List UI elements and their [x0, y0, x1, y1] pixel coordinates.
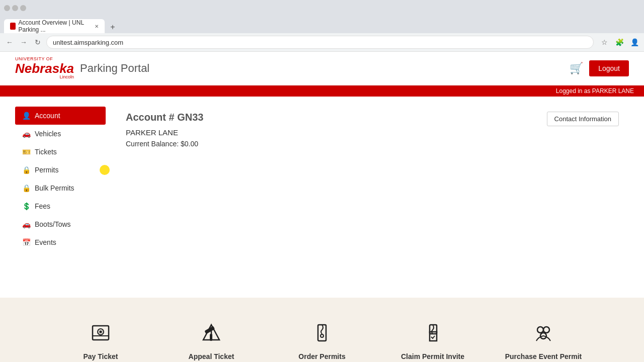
close-btn[interactable] [20, 5, 26, 11]
browser-tab[interactable]: Account Overview | UNL Parking ... ✕ [4, 19, 105, 33]
sidebar-label-fees: Fees [35, 202, 50, 210]
sidebar-item-bulk-permits[interactable]: 🔒 Bulk Permits [15, 179, 106, 197]
bulk-permits-icon: 🔒 [22, 184, 31, 192]
sidebar-item-events[interactable]: 📅 Events [15, 233, 106, 251]
footer-link-purchase-event-permit[interactable]: Purchase Event Permit Lookup and Purchas… [488, 313, 599, 362]
browser-titlebar [0, 0, 644, 16]
sidebar-item-permits[interactable]: 🔒 Permits [15, 161, 106, 179]
sidebar-label-events: Events [35, 238, 56, 246]
sidebar-label-bulk-permits: Bulk Permits [35, 184, 74, 192]
tab-close-icon[interactable]: ✕ [95, 24, 99, 29]
university-suffix: Lincoln [15, 75, 74, 80]
account-balance: Current Balance: $0.00 [126, 140, 203, 148]
pay-ticket-icon [91, 323, 111, 347]
profile-icon[interactable]: 👤 [629, 37, 640, 48]
forward-button[interactable]: → [18, 37, 29, 48]
appeal-ticket-icon [201, 323, 221, 347]
fees-icon: 💲 [22, 202, 31, 210]
minimize-btn[interactable] [4, 5, 10, 11]
sidebar: 👤 Account 🚗 Vehicles 🎫 Tickets 🔒 Permits… [15, 107, 106, 288]
browser-chrome: Account Overview | UNL Parking ... ✕ + ←… [0, 0, 644, 52]
sidebar-item-account[interactable]: 👤 Account [15, 107, 106, 125]
extensions-icon[interactable]: 🧩 [614, 37, 625, 48]
sidebar-label-vehicles: Vehicles [35, 130, 61, 138]
svg-rect-13 [430, 332, 437, 341]
maximize-btn[interactable] [12, 5, 18, 11]
footer-link-appeal-ticket[interactable]: Appeal Ticket File a request to appeal a… [156, 313, 267, 362]
header-right: 🛒 Logout [570, 60, 629, 76]
page: UNIVERSITY OF Nebraska Lincoln Parking P… [0, 52, 644, 362]
account-detail: Account # GN33 PARKER LANE Current Balan… [116, 107, 629, 288]
logo-area: UNIVERSITY OF Nebraska Lincoln Parking P… [15, 57, 149, 80]
sidebar-label-permits: Permits [35, 166, 58, 174]
account-name: PARKER LANE [126, 128, 203, 137]
boots-tows-icon: 🚗 [22, 220, 31, 228]
svg-rect-10 [318, 325, 326, 341]
portal-title: Parking Portal [80, 62, 149, 75]
back-button[interactable]: ← [4, 37, 15, 48]
tickets-icon: 🎫 [22, 148, 31, 156]
sidebar-label-tickets: Tickets [35, 148, 57, 156]
svg-rect-9 [210, 334, 212, 341]
sidebar-label-boots-tows: Boots/Tows [35, 220, 71, 228]
order-permits-icon [312, 323, 332, 347]
sidebar-item-fees[interactable]: 💲 Fees [15, 197, 106, 215]
sidebar-item-vehicles[interactable]: 🚗 Vehicles [15, 125, 106, 143]
balance-value: $0.00 [181, 140, 198, 148]
site-header: UNIVERSITY OF Nebraska Lincoln Parking P… [0, 52, 644, 85]
url-input[interactable] [46, 36, 594, 49]
pay-ticket-title: Pay Ticket [83, 352, 118, 360]
sidebar-item-tickets[interactable]: 🎫 Tickets [15, 143, 106, 161]
svg-point-11 [320, 334, 324, 337]
main-content: 👤 Account 🚗 Vehicles 🎫 Tickets 🔒 Permits… [0, 97, 644, 298]
browser-icons: ☆ 🧩 👤 [599, 37, 640, 48]
balance-label: Current Balance: [126, 140, 179, 148]
contact-information-button[interactable]: Contact Information [547, 112, 619, 126]
footer-link-claim-permit-invite[interactable]: Claim Permit Invite Claim a permit invit… [377, 313, 488, 362]
refresh-button[interactable]: ↻ [32, 37, 43, 48]
sidebar-item-boots-tows[interactable]: 🚗 Boots/Tows [15, 215, 106, 233]
cart-icon[interactable]: 🛒 [570, 62, 583, 75]
purchase-event-permit-icon [533, 323, 553, 347]
sidebar-label-account: Account [35, 112, 60, 120]
bookmark-icon[interactable]: ☆ [599, 37, 610, 48]
claim-permit-invite-title: Claim Permit Invite [401, 352, 464, 360]
university-name: Nebraska [15, 62, 74, 75]
events-icon: 📅 [22, 238, 31, 246]
tab-favicon-icon [10, 23, 16, 30]
footer-links-section: Pay Ticket Pay a ticket online Appeal Ti… [0, 298, 644, 362]
tab-bar: Account Overview | UNL Parking ... ✕ + [0, 16, 644, 33]
purchase-event-permit-title: Purchase Event Permit [505, 352, 582, 360]
account-icon: 👤 [22, 112, 31, 120]
logged-in-text: Logged in as PARKER LANE [556, 87, 634, 95]
browser-controls [4, 5, 26, 11]
svg-point-15 [543, 327, 549, 333]
svg-point-3 [100, 330, 102, 333]
footer-link-pay-ticket[interactable]: Pay Ticket Pay a ticket online [45, 313, 156, 362]
logout-button[interactable]: Logout [589, 60, 629, 76]
appeal-ticket-title: Appeal Ticket [189, 352, 234, 360]
tab-title: Account Overview | UNL Parking ... [19, 19, 90, 33]
logged-in-bar: Logged in as PARKER LANE [0, 85, 644, 97]
permits-icon: 🔒 [22, 166, 31, 174]
footer-link-order-permits[interactable]: Order Permits Order a new permit [267, 313, 377, 362]
account-number: Account # GN33 [126, 112, 203, 123]
cursor-indicator [100, 165, 110, 175]
claim-permit-invite-icon [423, 323, 443, 347]
vehicles-icon: 🚗 [22, 130, 31, 138]
order-permits-title: Order Permits [298, 352, 345, 360]
new-tab-button[interactable]: + [107, 21, 119, 33]
address-bar: ← → ↻ ☆ 🧩 👤 [0, 33, 644, 51]
svg-point-14 [537, 327, 543, 333]
